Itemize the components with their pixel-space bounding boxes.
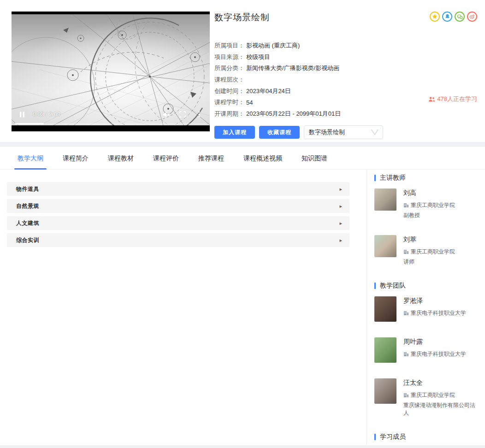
building-icon	[403, 249, 409, 254]
avatar	[374, 296, 396, 322]
outline-section-architecture[interactable]: 人文建筑 ▸	[7, 216, 349, 230]
course-select-value: 数字场景绘制	[309, 128, 345, 136]
video-letterbox	[12, 126, 210, 131]
video-player[interactable]: 0:03 / 2:09	[12, 12, 210, 131]
tab-recommended[interactable]: 推荐课程	[198, 147, 224, 170]
volume-muted-icon[interactable]	[161, 109, 171, 119]
building-icon	[403, 393, 409, 398]
tab-outline[interactable]: 教学大纲	[18, 147, 43, 170]
info-row: 所属项目：影视动画 (重庆工商)	[214, 40, 477, 52]
section-accent-bar	[374, 175, 376, 181]
course-info-list: 所属项目：影视动画 (重庆工商) 项目来源：校级项目 所属分类：新闻传播大类/广…	[214, 40, 477, 119]
wechat-icon[interactable]	[455, 12, 465, 22]
tab-overview-video[interactable]: 课程概述视频	[243, 147, 282, 170]
course-detail-card: 教学大纲 课程简介 课程教材 课程评价 推荐课程 课程概述视频 知识图谱 物件道…	[0, 147, 485, 445]
teacher-card[interactable]: 刘高 重庆工商职业学院 副教授	[374, 189, 479, 219]
pause-icon[interactable]	[17, 109, 27, 119]
favorite-course-button[interactable]: 收藏课程	[259, 126, 300, 139]
tab-knowledge-graph[interactable]: 知识图谱	[302, 147, 327, 170]
chevron-down-icon: ╲╱	[372, 130, 378, 135]
outline-section-nature[interactable]: 自然景观 ▸	[7, 199, 349, 213]
chevron-right-icon: ▸	[339, 203, 342, 209]
share-buttons	[430, 12, 477, 22]
course-select-dropdown[interactable]: 数字场景绘制 ╲╱	[304, 125, 383, 139]
video-progress-bar[interactable]	[15, 123, 206, 124]
chevron-right-icon: ▸	[339, 186, 342, 192]
section-header-teachers: 主讲教师	[374, 174, 479, 182]
video-controls: 0:03 / 2:09	[12, 109, 210, 119]
info-row: 开课周期：2023年05月22日 - 2099年01月01日	[214, 108, 477, 120]
sidebar: 主讲教师 刘高 重庆工商职业学院 副教授 刘萃 重庆工商职业学院 讲师	[367, 170, 485, 445]
team-member-card[interactable]: 周叶露 重庆电子科技职业大学	[374, 337, 479, 363]
team-member-card[interactable]: 罗淞泽 重庆电子科技职业大学	[374, 296, 479, 322]
outline-section-practice[interactable]: 综合实训 ▸	[7, 233, 349, 247]
video-time: 0:03 / 2:09	[33, 111, 60, 118]
tab-intro[interactable]: 课程简介	[63, 147, 89, 170]
info-row: 所属分类：新闻传播大类/广播影视类/影视动画	[214, 63, 477, 74]
section-header-members: 学习成员	[374, 433, 479, 441]
course-header-card: 0:03 / 2:09 数字场景绘制	[0, 0, 485, 142]
team-member-card[interactable]: 汪太全 重庆工商职业学院 重庆缘漫动漫制作有限公司法人	[374, 378, 479, 417]
people-icon	[428, 96, 435, 102]
avatar	[374, 235, 396, 257]
avatar	[374, 337, 396, 363]
video-thumbnail	[12, 14, 210, 125]
avatar	[374, 378, 396, 404]
info-row: 项目来源：校级项目	[214, 52, 477, 63]
qq-icon[interactable]	[442, 12, 452, 22]
kebab-menu-icon[interactable]	[194, 109, 204, 119]
chevron-right-icon: ▸	[339, 220, 342, 226]
outline-section-props[interactable]: 物件道具 ▸	[7, 182, 349, 196]
building-icon	[403, 311, 409, 316]
section-accent-bar	[374, 434, 376, 440]
weibo-icon[interactable]	[467, 12, 477, 22]
building-icon	[403, 203, 409, 208]
fullscreen-icon[interactable]	[177, 109, 188, 119]
video-progress-played	[15, 123, 44, 124]
learners-count: 478人正在学习	[428, 95, 477, 103]
building-icon	[403, 352, 409, 357]
tab-materials[interactable]: 课程教材	[108, 147, 134, 170]
chevron-right-icon: ▸	[339, 237, 342, 243]
tab-reviews[interactable]: 课程评价	[153, 147, 179, 170]
section-accent-bar	[374, 283, 376, 289]
avatar	[374, 189, 396, 211]
course-info-panel: 数字场景绘制	[210, 12, 477, 142]
qzone-icon[interactable]	[430, 12, 440, 22]
info-row: 课程层次：	[214, 74, 477, 86]
teacher-card[interactable]: 刘萃 重庆工商职业学院 讲师	[374, 235, 479, 266]
page-title: 数字场景绘制	[214, 12, 270, 24]
tab-bar: 教学大纲 课程简介 课程教材 课程评价 推荐课程 课程概述视频 知识图谱	[0, 147, 485, 170]
join-course-button[interactable]: 加入课程	[214, 126, 255, 139]
section-header-team: 教学团队	[374, 282, 479, 290]
outline-pane: 物件道具 ▸ 自然景观 ▸ 人文建筑 ▸ 综合实训 ▸	[0, 170, 367, 445]
